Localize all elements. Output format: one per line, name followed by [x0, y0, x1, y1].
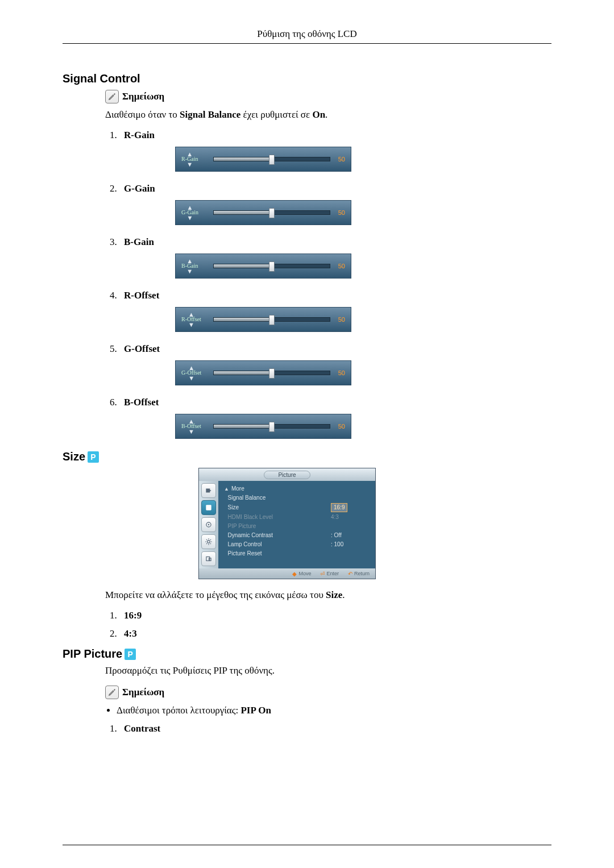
osd-item-label: Signal Balance — [228, 494, 331, 502]
pip-modes-bullets: Διαθέσιμοι τρόποι λειτουργίας: PIP On — [105, 705, 551, 716]
osd-slider-panel: ▲B-Gain▼50 — [175, 254, 351, 279]
pencil-note-icon — [105, 90, 119, 103]
osd-slider-panel: ▲B-Offset▼50 — [175, 414, 351, 439]
osd-tab-picture[interactable]: Picture — [264, 471, 310, 479]
osd-menu-item[interactable]: Signal Balance — [224, 493, 371, 502]
osd-menu-item[interactable]: Picture Reset — [224, 549, 371, 558]
osd-item-label: PIP Picture — [228, 522, 331, 530]
osd-value: 4:3 — [331, 513, 371, 521]
osd-top-bar: Picture — [199, 468, 375, 481]
signal-control-list: R-Gain▲R-Gain▼50G-Gain▲G-Gain▼50B-Gain▲B… — [105, 130, 551, 439]
osd-value: : Off — [331, 531, 371, 539]
osd-value: : 100 — [331, 541, 371, 549]
availability-text: Διαθέσιμο όταν το Signal Balance έχει ρυ… — [105, 109, 551, 121]
heading-size: SizeP — [63, 450, 551, 463]
slider-track[interactable] — [213, 371, 330, 375]
signal-control-item: G-Gain▲G-Gain▼50 — [119, 183, 551, 225]
svg-rect-0 — [206, 505, 211, 510]
slider-thumb[interactable] — [269, 155, 275, 165]
osd-icon-sound[interactable] — [201, 517, 216, 532]
slider-nav-arrows[interactable]: ▲B-Offset▼ — [181, 419, 201, 434]
heading-pip-picture: PIP PictureP — [63, 647, 551, 661]
slider-track[interactable] — [213, 424, 330, 429]
osd-slider-panel: ▲R-Offset▼50 — [175, 307, 351, 332]
slider-value: 50 — [335, 316, 345, 323]
slider-thumb[interactable] — [269, 368, 275, 379]
osd-icon-setup[interactable] — [201, 534, 216, 549]
note-label: Σημείωση — [122, 687, 164, 698]
osd-menu-item[interactable]: Size16:9 — [224, 502, 371, 513]
pip-item: Contrast — [119, 723, 551, 734]
slider-track[interactable] — [213, 210, 330, 215]
pencil-note-icon — [105, 686, 119, 699]
osd-menu-item[interactable]: Lamp Control: 100 — [224, 540, 371, 549]
signal-control-item: B-Gain▲B-Gain▼50 — [119, 236, 551, 279]
slider-value: 50 — [335, 423, 345, 430]
osd-menu-item: HDMI Black Level4:3 — [224, 513, 371, 522]
osd-icon-multi[interactable] — [201, 551, 216, 566]
note-row-signal: Σημείωση — [105, 90, 551, 103]
size-options-list: 16:94:3 — [105, 610, 551, 639]
slider-thumb[interactable] — [269, 315, 275, 325]
list-item-label: B-Offset — [124, 397, 159, 408]
size-option: 16:9 — [119, 610, 551, 621]
osd-left-icons — [199, 481, 218, 568]
svg-point-3 — [208, 541, 210, 543]
footer-rule — [63, 845, 551, 845]
mode-p-icon: P — [88, 451, 99, 463]
osd-panel-picture: Picture ▲More Signal Balance Size16:9 HD… — [198, 468, 376, 579]
slider-value: 50 — [335, 209, 345, 216]
slider-value: 50 — [335, 156, 345, 163]
osd-menu-item[interactable]: ▲More — [224, 484, 371, 493]
signal-control-item: B-Offset▲B-Offset▼50 — [119, 397, 551, 439]
osd-item-label: More — [231, 485, 331, 493]
list-item-label: B-Gain — [124, 236, 154, 247]
osd-icon-input[interactable] — [201, 483, 216, 498]
osd-footer-return: ↶Return — [348, 571, 370, 577]
signal-control-item: G-Offset▲G-Offset▼50 — [119, 343, 551, 385]
osd-icon-picture[interactable] — [201, 500, 216, 515]
note-label: Σημείωση — [122, 91, 164, 102]
slider-nav-arrows[interactable]: ▲G-Gain▼ — [181, 205, 198, 220]
pip-mode-item: Διαθέσιμοι τρόποι λειτουργίας: PIP On — [117, 705, 551, 716]
list-item-label: G-Gain — [124, 183, 155, 194]
osd-item-label: Lamp Control — [228, 541, 331, 549]
osd-slider-panel: ▲G-Gain▼50 — [175, 200, 351, 225]
slider-value: 50 — [335, 369, 345, 376]
svg-rect-5 — [209, 558, 211, 561]
osd-menu-item[interactable]: Dynamic Contrast: Off — [224, 531, 371, 540]
page-header: Ρύθμιση της οθόνης LCD — [63, 28, 551, 40]
slider-nav-arrows[interactable]: ▲G-Offset▼ — [181, 366, 201, 380]
pip-desc: Προσαρμόζει τις Ρυθμίσεις PIP της οθόνης… — [105, 665, 551, 676]
pip-items-list: Contrast — [105, 723, 551, 734]
osd-slider-panel: ▲R-Gain▼50 — [175, 147, 351, 172]
slider-track[interactable] — [213, 317, 330, 322]
slider-nav-arrows[interactable]: ▲B-Gain▼ — [181, 259, 198, 273]
list-item-label: R-Gain — [124, 130, 155, 140]
osd-item-label: Dynamic Contrast — [228, 531, 331, 539]
size-desc: Μπορείτε να αλλάξετε το μέγεθος της εικό… — [105, 589, 551, 601]
osd-menu-item: PIP Picture — [224, 522, 371, 531]
signal-control-item: R-Offset▲R-Offset▼50 — [119, 290, 551, 332]
slider-value: 50 — [335, 263, 345, 269]
slider-thumb[interactable] — [269, 208, 275, 218]
signal-control-item: R-Gain▲R-Gain▼50 — [119, 130, 551, 172]
osd-footer: ◆Move ⏎Enter ↶Return — [199, 568, 375, 579]
svg-point-2 — [208, 524, 209, 525]
slider-track[interactable] — [213, 157, 330, 161]
note-row-pip: Σημείωση — [105, 686, 551, 699]
size-option: 4:3 — [119, 628, 551, 639]
osd-slider-panel: ▲G-Offset▼50 — [175, 360, 351, 385]
osd-footer-enter: ⏎Enter — [320, 571, 339, 577]
mode-p-icon: P — [125, 649, 136, 660]
osd-menu-list: ▲More Signal Balance Size16:9 HDMI Black… — [218, 481, 375, 568]
osd-item-label: Size — [228, 504, 331, 512]
slider-track[interactable] — [213, 264, 330, 268]
slider-nav-arrows[interactable]: ▲R-Offset▼ — [181, 312, 201, 327]
list-item-label: R-Offset — [124, 290, 159, 301]
slider-nav-arrows[interactable]: ▲R-Gain▼ — [181, 152, 198, 167]
slider-thumb[interactable] — [269, 261, 275, 272]
osd-selected-value[interactable]: 16:9 — [331, 503, 347, 512]
slider-thumb[interactable] — [269, 422, 275, 432]
heading-signal-control: Signal Control — [63, 72, 551, 85]
